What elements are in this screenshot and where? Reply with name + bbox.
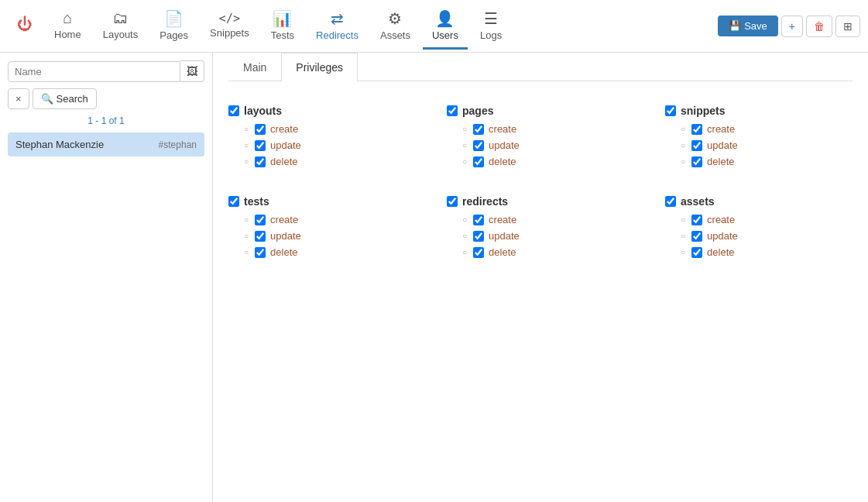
privilege-label-redirects-update[interactable]: update [489,230,520,242]
tab-main[interactable]: Main [228,53,281,81]
privilege-label-snippets-create[interactable]: create [707,123,735,135]
privilege-item-assets-create: create [681,214,853,225]
privilege-label-redirects-create[interactable]: create [489,214,516,225]
privilege-label-assets-update[interactable]: update [707,230,738,242]
search-actions: × 🔍 Search [8,88,204,109]
add-button[interactable]: + [781,15,803,37]
privilege-label-layouts-delete[interactable]: delete [270,156,297,167]
privilege-item-assets-delete: delete [681,246,853,258]
privilege-checkbox-assets-create[interactable] [691,215,702,225]
privilege-checkbox-redirects-update[interactable] [473,231,484,242]
privilege-checkbox-snippets-update[interactable] [691,140,702,151]
privilege-item-redirects-delete: delete [462,246,634,258]
privilege-group-checkbox-tests[interactable] [228,196,239,207]
delete-button[interactable]: 🗑 [806,15,832,37]
privilege-checkbox-assets-update[interactable] [691,231,702,242]
privilege-group-header-tests: tests [228,195,416,208]
privilege-group-checkbox-snippets[interactable] [665,105,676,116]
nav-item-redirects[interactable]: ⇄ Redirects [307,3,368,50]
privilege-checkbox-redirects-create[interactable] [473,215,484,225]
privilege-group-label-tests: tests [244,195,269,208]
search-button-label: Search [57,93,88,105]
privilege-checkbox-layouts-delete[interactable] [255,156,266,167]
privilege-item-snippets-update: update [681,139,853,151]
privilege-item-tests-create: create [244,214,416,225]
privilege-checkbox-tests-delete[interactable] [255,247,266,258]
user-handle: #stephan [159,139,197,150]
privilege-label-assets-create[interactable]: create [707,214,735,225]
privilege-group-checkbox-redirects[interactable] [447,196,458,207]
search-input[interactable] [8,61,180,82]
privilege-checkbox-tests-create[interactable] [255,215,266,225]
privilege-checkbox-snippets-delete[interactable] [691,156,702,167]
privilege-group-checkbox-assets[interactable] [665,196,676,207]
privilege-checkbox-snippets-create[interactable] [691,124,702,135]
more-icon: ⊞ [843,20,853,33]
privilege-label-tests-update[interactable]: update [270,230,301,242]
privilege-group-label-layouts: layouts [244,105,282,117]
privilege-label-redirects-delete[interactable]: delete [489,246,516,258]
privilege-item-layouts-delete: delete [244,156,416,167]
privilege-label-tests-delete[interactable]: delete [270,246,297,258]
privilege-label-pages-delete[interactable]: delete [489,156,516,167]
privilege-label-pages-update[interactable]: update [489,139,520,151]
pagination-info: 1 - 1 of 1 [8,115,204,126]
nav-item-layouts[interactable]: 🗂 Layouts [94,3,148,49]
clear-button[interactable]: × [8,88,29,109]
privilege-item-pages-create: create [462,123,634,135]
privilege-items-redirects: create update delete [447,214,634,258]
nav-item-snippets[interactable]: </> Snippets [201,5,259,47]
privilege-items-layouts: create update delete [228,123,416,167]
privilege-item-pages-update: update [462,139,634,151]
privilege-group-header-pages: pages [447,105,634,117]
privilege-checkbox-assets-delete[interactable] [691,247,702,258]
user-item[interactable]: Stephan Mackenzie #stephan [8,132,204,156]
privilege-item-assets-update: update [681,230,853,242]
privilege-checkbox-layouts-create[interactable] [255,124,266,135]
privilege-label-layouts-update[interactable]: update [270,139,301,151]
nav-item-power[interactable]: ⏻ [8,9,42,43]
power-icon: ⏻ [17,15,33,33]
nav-label-users: Users [432,29,458,41]
privilege-label-snippets-update[interactable]: update [707,139,738,151]
privilege-checkbox-redirects-delete[interactable] [473,247,484,258]
privilege-label-assets-delete[interactable]: delete [707,246,734,258]
logs-icon: ☰ [484,9,498,28]
nav-item-assets[interactable]: ⚙ Assets [371,3,420,50]
content-area: Main Privileges layouts create u [213,53,868,502]
privilege-group-checkbox-layouts[interactable] [228,105,239,116]
privilege-checkbox-layouts-update[interactable] [255,140,266,151]
privilege-item-layouts-update: update [244,139,416,151]
save-button[interactable]: 💾 Save [718,15,778,36]
nav-item-logs[interactable]: ☰ Logs [471,3,511,50]
privilege-checkbox-pages-create[interactable] [473,124,484,135]
users-icon: 👤 [435,9,455,28]
nav-item-tests[interactable]: 📊 Tests [262,3,304,50]
nav-label-tests: Tests [271,29,294,41]
privilege-group-tests: tests create update delete [228,195,416,263]
assets-icon: ⚙ [388,9,402,28]
privilege-group-redirects: redirects create update delete [447,195,634,263]
nav-label-assets: Assets [380,29,410,41]
privilege-label-tests-create[interactable]: create [270,214,298,225]
privilege-item-redirects-create: create [462,214,634,225]
privilege-group-header-redirects: redirects [447,195,634,208]
privilege-group-checkbox-pages[interactable] [447,105,458,116]
privilege-group-label-assets: assets [681,195,715,208]
privilege-checkbox-pages-update[interactable] [473,140,484,151]
privilege-item-snippets-delete: delete [681,156,853,167]
topnav-actions: 💾 Save + 🗑 ⊞ [718,15,860,37]
privilege-label-snippets-delete[interactable]: delete [707,156,734,167]
nav-item-users[interactable]: 👤 Users [423,3,468,50]
nav-item-pages[interactable]: 📄 Pages [150,3,197,50]
more-button[interactable]: ⊞ [835,15,860,37]
privilege-label-layouts-create[interactable]: create [270,123,298,135]
search-button[interactable]: 🔍 Search [33,88,97,109]
tab-privileges[interactable]: Privileges [281,53,358,81]
privilege-group-header-assets: assets [665,195,853,208]
privilege-checkbox-tests-update[interactable] [255,231,266,242]
nav-item-home[interactable]: ⌂ Home [45,3,91,49]
pages-icon: 📄 [164,9,184,28]
privilege-label-pages-create[interactable]: create [489,123,516,135]
privilege-checkbox-pages-delete[interactable] [473,156,484,167]
